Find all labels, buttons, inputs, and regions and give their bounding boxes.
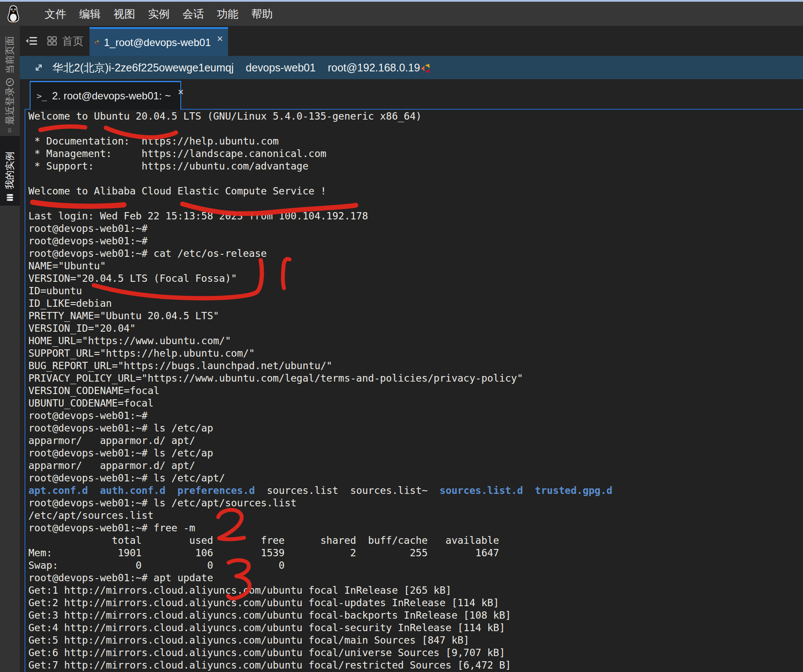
terminal-line: UBUNTU_CODENAME=focal [28, 397, 803, 410]
menu-item-session[interactable]: 会话 [176, 2, 210, 26]
terminal-line: PRIVACY_POLICY_URL="https://www.ubuntu.c… [28, 372, 803, 385]
terminal-line: Get:3 http://mirrors.cloud.aliyuncs.com/… [28, 609, 803, 622]
terminal-line [28, 123, 803, 135]
terminal-line: /etc/apt/sources.list [28, 509, 803, 522]
sidebar-item-label: 最近登录 [3, 87, 16, 125]
terminal-line: Swap: 0 0 0 [28, 559, 803, 572]
terminal-line: ID_LIKE=debian [28, 297, 803, 310]
menu-item-help[interactable]: 帮助 [245, 2, 279, 26]
sidebar-item-label: 我的实例 [3, 151, 16, 189]
terminal-line [28, 173, 803, 185]
terminal-line: Get:2 http://mirrors.cloud.aliyuncs.com/… [28, 597, 803, 609]
sidebar-item-recent-logins[interactable]: 最近登录 [0, 87, 20, 136]
sidebar-item-label: 当前页面 [3, 36, 16, 74]
menu-item-view[interactable]: 视图 [107, 2, 142, 26]
terminal-line: root@devops-web01:~# [28, 222, 803, 235]
terminal-line: root@devops-web01:~# cat /etc/os-release [28, 247, 803, 260]
terminal-tab-2-root-devops-web01[interactable]: >_ 2. root@devops-web01: ~ × [30, 81, 181, 110]
menu-item-function[interactable]: 功能 [210, 2, 245, 26]
terminal-line: Welcome to Alibaba Cloud Elastic Compute… [28, 185, 803, 197]
instances-icon [5, 193, 15, 202]
terminal-line: Mem: 1901 106 1539 2 255 1647 [28, 547, 803, 559]
terminal-line: root@devops-web01:~# ls /etc/ap [28, 447, 803, 459]
terminal-line: * Documentation: https://help.ubuntu.com [28, 135, 803, 148]
terminal-tab-label: 2. root@devops-web01: ~ [52, 90, 171, 102]
menu-items: 文件 编辑 视图 实例 会话 功能 帮助 [38, 2, 279, 26]
terminal-panel[interactable]: Welcome to Ubuntu 20.04.5 LTS (GNU/Linux… [25, 109, 803, 672]
terminal-line: * Management: https://landscape.canonica… [28, 148, 803, 160]
terminal-line: Last login: Wed Feb 22 15:13:58 2023 fro… [28, 210, 803, 222]
terminal-line: NAME="Ubuntu" [28, 260, 803, 272]
terminal-line: * Support: https://ubuntu.com/advantage [28, 160, 803, 173]
terminal-line: BUG_REPORT_URL="https://bugs.launchpad.n… [28, 360, 803, 372]
terminal-tab-bar: >_ 2. root@devops-web01: ~ × [20, 79, 803, 109]
terminal-line: Get:7 http://mirrors.cloud.aliyuncs.com/… [28, 659, 803, 672]
left-sidebar: 当前页面 最近登录 我的实例 [0, 26, 20, 672]
sidebar-item-my-instances[interactable]: 我的实例 [0, 136, 20, 206]
terminal-line: Get:4 http://mirrors.cloud.aliyuncs.com/… [28, 622, 803, 634]
terminal-line: total used free shared buff/cache availa… [28, 534, 803, 547]
expand-icon[interactable] [33, 62, 45, 74]
connection-user-ip: root@192.168.0.19 [328, 62, 420, 74]
home-tab-label: 首页 [62, 34, 83, 48]
terminal-line: SUPPORT_URL="https://help.ubuntu.com/" [28, 347, 803, 360]
terminal-line: root@devops-web01:~# [28, 410, 803, 422]
tux-linux-icon [6, 4, 21, 23]
terminal-line: apt.conf.d auth.conf.d preferences.d sou… [28, 484, 803, 497]
ubuntu-logo-icon [95, 37, 99, 49]
terminal-line: root@devops-web01:~# ls /etc/apt/ [28, 472, 803, 484]
menu-item-file[interactable]: 文件 [38, 2, 73, 26]
app-tab-bar: 首页 1_root@devops-web01 × [0, 26, 803, 56]
ubuntu-logo-icon [421, 63, 432, 74]
terminal-line: root@devops-web01:~# ls /etc/apt/sources… [28, 497, 803, 509]
tab-session-1-root-devops-web01[interactable]: 1_root@devops-web01 × [90, 27, 228, 56]
chat-bubble-icon [5, 128, 15, 133]
close-icon[interactable]: × [217, 34, 223, 44]
terminal-line: VERSION="20.04.5 LTS (Focal Fossa)" [28, 272, 803, 285]
terminal-line: PRETTY_NAME="Ubuntu 20.04.5 LTS" [28, 310, 803, 322]
grid-icon [46, 35, 58, 46]
terminal-line: Welcome to Ubuntu 20.04.5 LTS (GNU/Linux… [28, 110, 803, 123]
terminal-line: VERSION_CODENAME=focal [28, 385, 803, 397]
terminal-line: Get:6 http://mirrors.cloud.aliyuncs.com/… [28, 647, 803, 659]
menu-item-instance[interactable]: 实例 [142, 2, 176, 26]
tab-home[interactable]: 首页 [46, 26, 83, 56]
terminal-line: root@devops-web01:~# free -m [28, 522, 803, 534]
tab-list-collapse-icon[interactable] [25, 34, 38, 47]
close-icon[interactable]: × [178, 87, 184, 97]
clock-icon [5, 77, 15, 87]
terminal-line: VERSION_ID="20.04" [28, 322, 803, 335]
terminal-line: apparmor/ apparmor.d/ apt/ [28, 435, 803, 447]
menu-item-edit[interactable]: 编辑 [73, 2, 107, 26]
terminal-line: root@devops-web01:~# ls /etc/ap [28, 422, 803, 435]
terminal-line: root@devops-web01:~# [28, 235, 803, 247]
terminal-prompt-icon: >_ [37, 91, 47, 101]
terminal-line: apparmor/ apparmor.d/ apt/ [28, 459, 803, 472]
terminal-line: HOME_URL="https://www.ubuntu.com/" [28, 335, 803, 347]
menu-bar: 文件 编辑 视图 实例 会话 功能 帮助 [0, 2, 803, 26]
terminal-line: ID=ubuntu [28, 285, 803, 297]
terminal-line: root@devops-web01:~# apt update [28, 572, 803, 584]
terminal-line [28, 197, 803, 210]
session-tab-label: 1_root@devops-web01 [104, 37, 211, 49]
instance-region-id: 华北2(北京)i-2ze6f225owewge1eumqj [53, 61, 234, 75]
terminal-output: Welcome to Ubuntu 20.04.5 LTS (GNU/Linux… [25, 110, 803, 672]
terminal-line: Get:5 http://mirrors.cloud.aliyuncs.com/… [28, 634, 803, 647]
sidebar-item-current-page[interactable]: 当前页面 [0, 26, 20, 90]
instance-hostname: devops-web01 [246, 62, 316, 74]
connection-info-bar: 华北2(北京)i-2ze6f225owewge1eumqj devops-web… [0, 56, 803, 79]
terminal-line: Get:1 http://mirrors.cloud.aliyuncs.com/… [28, 584, 803, 597]
